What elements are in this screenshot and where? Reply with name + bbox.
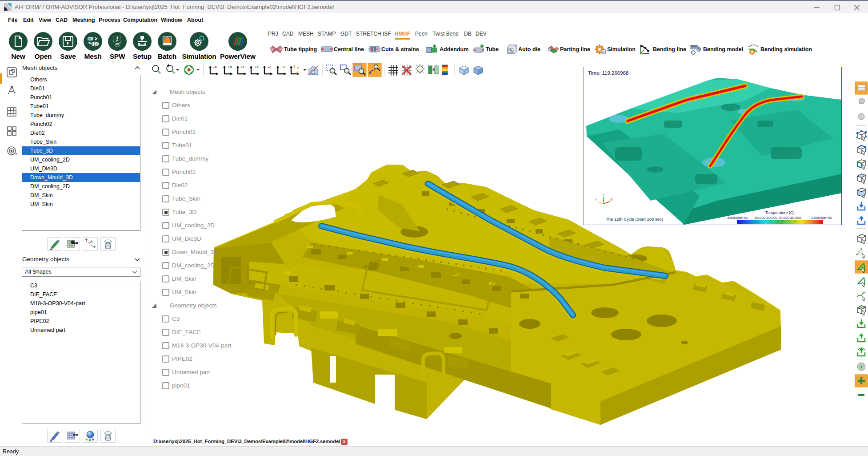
- svg-text:Temperature (C): Temperature (C): [765, 210, 795, 215]
- svg-text:-: -: [448, 65, 449, 67]
- svg-text:50.000 60.000 70.000 80.000: 50.000 60.000 70.000 80.000: [755, 216, 801, 220]
- svg-text:Time: 119.266968: Time: 119.266968: [588, 70, 628, 76]
- svg-text:3.00000e+01: 3.00000e+01: [727, 216, 748, 220]
- svg-text:d: d: [90, 240, 92, 244]
- svg-text:-Z: -Z: [268, 65, 271, 69]
- svg-text:+Z: +Z: [281, 65, 285, 69]
- svg-text:-: -: [448, 72, 449, 74]
- svg-text:Y: Y: [297, 67, 299, 70]
- svg-text:X: X: [296, 71, 298, 74]
- svg-text:X: X: [610, 198, 613, 202]
- svg-text:1.00000e+02: 1.00000e+02: [811, 216, 832, 220]
- svg-text:W: W: [116, 42, 119, 45]
- svg-text:Z: Z: [293, 65, 296, 68]
- svg-text:Z: Z: [602, 193, 604, 197]
- svg-text:i: i: [860, 364, 862, 369]
- svg-text:S: S: [116, 36, 119, 39]
- svg-text:-Y: -Y: [241, 65, 245, 69]
- svg-text:The 12th Cycle (Start 108 sec): The 12th Cycle (Start 108 sec): [606, 217, 663, 222]
- svg-text:-: -: [448, 68, 449, 71]
- svg-text:Y: Y: [595, 198, 597, 202]
- svg-text:+X: +X: [228, 65, 232, 69]
- svg-text:-X: -X: [213, 65, 217, 69]
- svg-text:P: P: [116, 39, 119, 42]
- svg-text:+Y: +Y: [254, 65, 259, 69]
